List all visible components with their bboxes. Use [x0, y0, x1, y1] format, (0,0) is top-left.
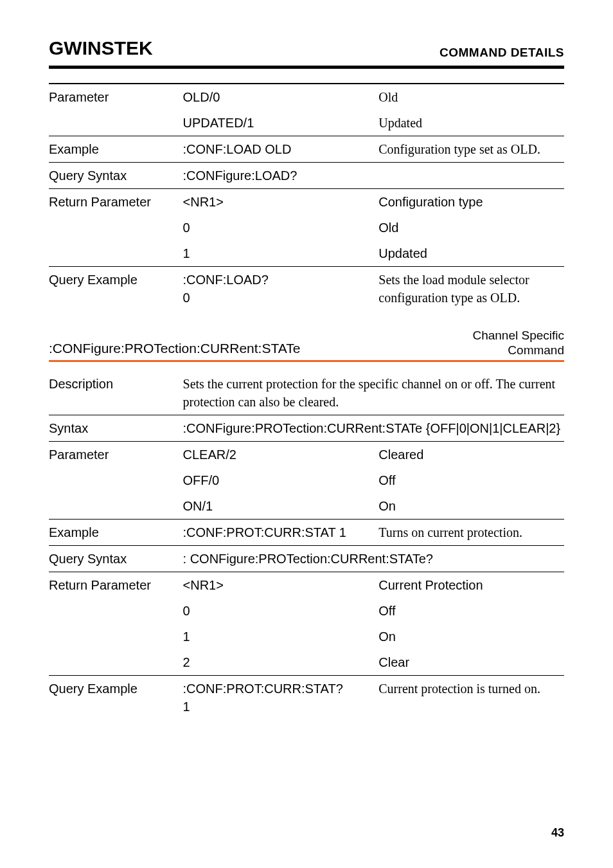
row-label: Query Example — [49, 267, 183, 311]
row-right: Current protection is turned on. — [378, 675, 564, 719]
row-label — [49, 215, 183, 240]
row-mid: :CONF:PROT:CURR:STAT? 1 — [183, 675, 379, 719]
row-description: Sets the current protection for the spec… — [183, 371, 564, 415]
command-table-1: ParameterOLD/0OldUPDATED/1UpdatedExample… — [49, 83, 564, 311]
row-right: Off — [378, 598, 564, 624]
row-right: Cleared — [378, 441, 564, 467]
row-mid: 1 — [183, 240, 379, 267]
row-label: Example — [49, 519, 183, 545]
table-row: Query Example:CONF:PROT:CURR:STAT? 1Curr… — [49, 675, 564, 719]
row-value: : CONFigure:PROTection:CURRent:STATe? — [183, 545, 564, 572]
row-label: Return Parameter — [49, 189, 183, 215]
row-mid: :CONF:PROT:CURR:STAT 1 — [183, 519, 379, 545]
row-label — [49, 493, 183, 520]
table-row: Query Syntax: CONFigure:PROTection:CURRe… — [49, 545, 564, 572]
command-type-line2: Command — [472, 343, 564, 358]
command-name: :CONFigure:PROTection:CURRent:STATe — [49, 339, 300, 357]
command-type: Channel Specific Command — [472, 329, 564, 358]
row-right: Old — [378, 215, 564, 240]
row-right: On — [378, 493, 564, 520]
row-right: Off — [378, 467, 564, 493]
row-mid: <NR1> — [183, 189, 379, 215]
row-mid: 0 — [183, 598, 379, 624]
row-right: Updated — [378, 110, 564, 136]
page-title: COMMAND DETAILS — [440, 44, 564, 62]
row-label: Parameter — [49, 84, 183, 110]
row-mid: 2 — [183, 649, 379, 676]
row-label — [49, 467, 183, 493]
row-label: Example — [49, 136, 183, 163]
command-table-2: DescriptionSets the current protection f… — [49, 371, 564, 719]
section-heading: :CONFigure:PROTection:CURRent:STATe Chan… — [49, 329, 564, 362]
row-right: Clear — [378, 649, 564, 676]
row-right: On — [378, 624, 564, 649]
table-row: Return Parameter<NR1>Current Protection — [49, 572, 564, 598]
row-label: Description — [49, 371, 183, 415]
table-row: Query Example:CONF:LOAD? 0Sets the load … — [49, 267, 564, 311]
table-row: 0Off — [49, 598, 564, 624]
row-label — [49, 598, 183, 624]
row-mid: :CONF:LOAD? 0 — [183, 267, 379, 311]
row-mid: 0 — [183, 215, 379, 240]
row-label: Query Syntax — [49, 163, 183, 189]
row-right: Configuration type — [378, 189, 564, 215]
table-row: Example:CONF:PROT:CURR:STAT 1Turns on cu… — [49, 519, 564, 545]
table-row: ParameterOLD/0Old — [49, 84, 564, 110]
row-label: Query Example — [49, 675, 183, 719]
table-row: 1Updated — [49, 240, 564, 267]
row-right: Sets the load module selector configurat… — [378, 267, 564, 311]
row-label — [49, 624, 183, 649]
row-mid: UPDATED/1 — [183, 110, 379, 136]
table-row: Return Parameter<NR1>Configuration type — [49, 189, 564, 215]
table-row: Example:CONF:LOAD OLDConfiguration type … — [49, 136, 564, 163]
row-label — [49, 649, 183, 676]
row-right: Updated — [378, 240, 564, 267]
table-row: UPDATED/1Updated — [49, 110, 564, 136]
row-label — [49, 240, 183, 267]
table-row: Syntax:CONFigure:PROTection:CURRent:STAT… — [49, 415, 564, 441]
row-mid: CLEAR/2 — [183, 441, 379, 467]
row-mid: OFF/0 — [183, 467, 379, 493]
table-row: 1On — [49, 624, 564, 649]
row-mid: 1 — [183, 624, 379, 649]
table-row: DescriptionSets the current protection f… — [49, 371, 564, 415]
row-mid: OLD/0 — [183, 84, 379, 110]
row-mid: <NR1> — [183, 572, 379, 598]
row-mid: :CONF:LOAD OLD — [183, 136, 379, 163]
table-row: 2Clear — [49, 649, 564, 676]
row-right: Turns on current protection. — [378, 519, 564, 545]
row-label — [49, 110, 183, 136]
row-right: Current Protection — [378, 572, 564, 598]
row-value: :CONFigure:LOAD? — [183, 163, 564, 189]
row-mid: ON/1 — [183, 493, 379, 520]
row-label: Syntax — [49, 415, 183, 441]
row-right: Old — [378, 84, 564, 110]
brand-logo: GWINSTEK — [49, 35, 153, 62]
table-row: ParameterCLEAR/2Cleared — [49, 441, 564, 467]
row-label: Query Syntax — [49, 545, 183, 572]
row-label: Return Parameter — [49, 572, 183, 598]
table-row: Query Syntax:CONFigure:LOAD? — [49, 163, 564, 189]
table-row: ON/1On — [49, 493, 564, 520]
row-right: Configuration type set as OLD. — [378, 136, 564, 163]
table-row: 0Old — [49, 215, 564, 240]
row-label: Parameter — [49, 441, 183, 467]
row-value: :CONFigure:PROTection:CURRent:STATe {OFF… — [183, 415, 564, 441]
page-number: 43 — [551, 825, 564, 841]
table-row: OFF/0Off — [49, 467, 564, 493]
page-header: GWINSTEK COMMAND DETAILS — [49, 35, 564, 69]
command-type-line1: Channel Specific — [472, 329, 564, 343]
